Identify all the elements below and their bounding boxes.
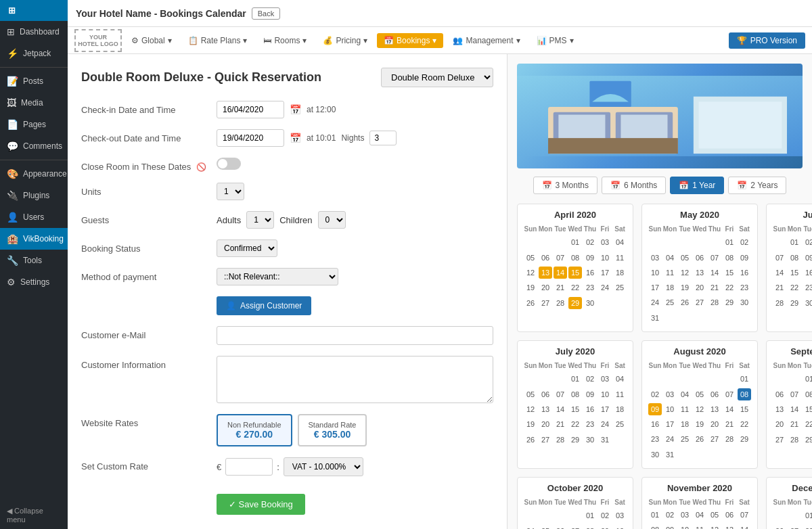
day-cell[interactable]: 18 xyxy=(678,418,692,430)
day-cell[interactable]: 13 xyxy=(693,267,706,279)
room-select[interactable]: Double Room Deluxe xyxy=(381,68,493,87)
day-cell[interactable]: 04 xyxy=(524,525,537,529)
tab-1year[interactable]: 📅 1 Year xyxy=(670,177,724,194)
vat-select[interactable]: VAT - 10.000% xyxy=(284,457,363,476)
day-cell[interactable]: 08 xyxy=(568,252,582,264)
sidebar-item-tools[interactable]: 🔧 Tools xyxy=(0,250,68,271)
day-cell[interactable]: 02 xyxy=(583,236,597,248)
day-cell[interactable]: 22 xyxy=(738,418,751,430)
day-cell[interactable]: 05 xyxy=(693,388,706,400)
day-cell[interactable]: 10 xyxy=(598,388,612,400)
sidebar-item-appearance[interactable]: 🎨 Appearance xyxy=(0,163,68,185)
day-cell[interactable]: 08 xyxy=(803,525,812,529)
day-cell[interactable]: 09 xyxy=(648,403,662,415)
day-cell[interactable]: 08 xyxy=(648,524,662,529)
day-cell[interactable]: 21 xyxy=(554,281,567,294)
day-cell[interactable]: 17 xyxy=(648,281,662,294)
day-cell[interactable]: 28 xyxy=(773,297,786,309)
day-cell[interactable]: 15 xyxy=(738,403,751,415)
day-cell[interactable]: 14 xyxy=(773,267,786,279)
day-cell[interactable]: 29 xyxy=(803,434,812,446)
sidebar-item-pages[interactable]: 📄 Pages xyxy=(0,114,68,135)
day-cell[interactable]: 01 xyxy=(738,373,751,385)
sidebar-item-posts[interactable]: 📝 Posts xyxy=(0,70,68,92)
day-cell[interactable]: 07 xyxy=(788,525,801,529)
day-cell[interactable]: 17 xyxy=(598,267,612,279)
day-cell[interactable]: 04 xyxy=(613,373,627,385)
back-button[interactable]: Back xyxy=(252,7,280,20)
day-cell[interactable]: 08 xyxy=(738,388,751,400)
day-cell[interactable]: 14 xyxy=(723,403,736,415)
day-cell[interactable]: 07 xyxy=(738,509,751,521)
day-cell[interactable]: 03 xyxy=(663,388,677,400)
day-cell[interactable]: 23 xyxy=(738,281,751,294)
sidebar-item-users[interactable]: 👤 Users xyxy=(0,206,68,228)
day-cell[interactable]: 24 xyxy=(648,296,662,308)
day-cell[interactable]: 29 xyxy=(723,296,736,308)
nav-bookings[interactable]: 📅 Bookings ▾ xyxy=(377,33,443,48)
day-cell[interactable]: 18 xyxy=(663,281,677,294)
payment-select[interactable]: ::Not Relevant:: xyxy=(217,268,338,285)
day-cell[interactable]: 15 xyxy=(568,403,582,415)
customer-info-textarea[interactable] xyxy=(217,356,493,403)
day-cell[interactable]: 15 xyxy=(788,267,801,279)
day-cell[interactable]: 20 xyxy=(539,418,552,430)
nav-rate-plans[interactable]: 📋 Rate Plans ▾ xyxy=(181,33,254,48)
day-cell[interactable]: 12 xyxy=(693,403,706,415)
day-cell[interactable]: 21 xyxy=(788,418,801,430)
day-cell[interactable]: 10 xyxy=(648,267,662,279)
day-cell[interactable]: 17 xyxy=(598,403,612,415)
sidebar-item-plugins[interactable]: 🔌 Plugins xyxy=(0,185,68,206)
day-cell[interactable]: 23 xyxy=(648,433,662,445)
day-cell[interactable]: 20 xyxy=(693,281,706,294)
day-cell[interactable]: 01 xyxy=(568,373,582,385)
day-cell[interactable]: 24 xyxy=(663,433,677,445)
day-cell[interactable]: 04 xyxy=(663,252,677,264)
day-cell[interactable]: 16 xyxy=(583,403,597,415)
day-cell[interactable]: 25 xyxy=(663,296,677,308)
day-cell[interactable]: 26 xyxy=(524,297,537,309)
day-cell[interactable]: 09 xyxy=(803,252,812,264)
day-cell[interactable]: 08 xyxy=(723,252,736,264)
day-cell[interactable]: 15 xyxy=(803,403,812,415)
day-cell[interactable]: 07 xyxy=(554,388,567,400)
day-cell[interactable]: 27 xyxy=(773,434,786,446)
day-cell[interactable]: 21 xyxy=(773,281,786,294)
day-cell[interactable]: 30 xyxy=(803,297,812,309)
rate-card-standard[interactable]: Standard Rate € 305.00 xyxy=(298,414,367,446)
day-cell[interactable]: 07 xyxy=(723,388,736,400)
day-cell[interactable]: 11 xyxy=(613,252,627,264)
day-cell[interactable]: 04 xyxy=(678,388,692,400)
day-cell[interactable]: 06 xyxy=(708,388,721,400)
day-cell[interactable]: 05 xyxy=(524,388,537,400)
day-cell[interactable]: 07 xyxy=(554,252,567,264)
day-cell[interactable]: 30 xyxy=(583,297,597,309)
day-cell[interactable]: 24 xyxy=(598,418,612,430)
tab-2years[interactable]: 📅 2 Years xyxy=(728,177,786,194)
day-cell[interactable]: 13 xyxy=(539,267,552,279)
nights-input[interactable] xyxy=(369,131,397,145)
day-cell[interactable]: 22 xyxy=(723,281,736,294)
day-cell[interactable]: 06 xyxy=(554,525,567,529)
day-cell[interactable]: 31 xyxy=(663,448,677,461)
day-cell[interactable]: 29 xyxy=(788,297,801,309)
day-cell[interactable]: 30 xyxy=(648,448,662,461)
day-cell[interactable]: 09 xyxy=(738,252,751,264)
day-cell[interactable]: 31 xyxy=(598,434,612,446)
day-cell[interactable]: 06 xyxy=(539,388,552,400)
day-cell[interactable]: 21 xyxy=(554,418,567,430)
day-cell[interactable]: 05 xyxy=(539,525,552,529)
day-cell[interactable]: 10 xyxy=(663,403,677,415)
day-cell[interactable]: 18 xyxy=(613,267,627,279)
day-cell[interactable]: 08 xyxy=(803,388,812,400)
day-cell[interactable]: 03 xyxy=(613,509,627,522)
day-cell[interactable]: 27 xyxy=(539,434,552,446)
day-cell[interactable]: 13 xyxy=(773,403,786,415)
day-cell[interactable]: 31 xyxy=(648,312,662,324)
day-cell[interactable]: 02 xyxy=(738,236,751,248)
nav-pricing[interactable]: 💰 Pricing ▾ xyxy=(316,33,374,48)
day-cell[interactable]: 20 xyxy=(773,418,786,430)
day-cell[interactable]: 10 xyxy=(678,524,692,529)
day-cell[interactable]: 18 xyxy=(613,403,627,415)
collapse-menu[interactable]: ◀ Collapse menu xyxy=(0,501,68,529)
